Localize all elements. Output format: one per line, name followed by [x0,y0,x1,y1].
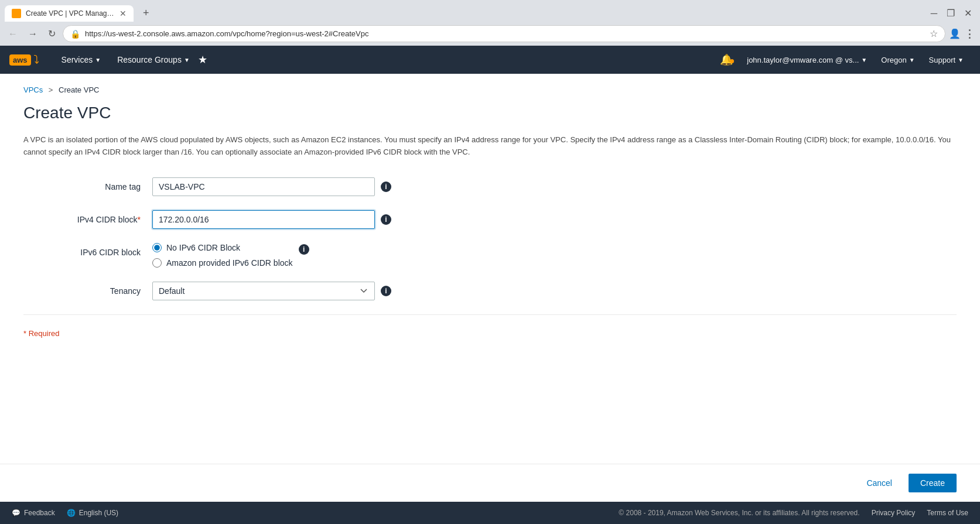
services-label: Services [62,55,93,64]
browser-tab-title: Create VPC | VPC Management C... [26,9,115,18]
browser-tab-close[interactable]: ✕ [119,9,127,18]
copyright-text: © 2008 - 2019, Amazon Web Services, Inc.… [619,509,859,517]
ipv6-option1-label: No IPv6 CIDR Block [166,243,240,252]
footer-right: © 2008 - 2019, Amazon Web Services, Inc.… [619,509,968,517]
forward-button[interactable]: → [25,26,41,42]
tenancy-row: Tenancy Default Dedicated Host i [23,282,492,300]
ipv4-cidr-row: IPv4 CIDR block* i [23,210,492,229]
url-input[interactable] [85,29,925,38]
resource-groups-nav[interactable]: Resource Groups ▼ [109,46,198,74]
address-bar[interactable]: 🔒 ☆ [63,25,945,42]
breadcrumb-separator: > [49,85,53,94]
feedback-icon: 💬 [12,509,21,517]
ipv6-option1-radio[interactable] [152,243,162,252]
page-description: A VPC is an isolated portion of the AWS … [23,134,957,159]
region-label: Oregon [881,56,906,64]
ipv4-cidr-control: i [152,210,391,229]
refresh-button[interactable]: ↻ [45,26,59,42]
feedback-button[interactable]: 💬 Feedback [12,509,55,517]
ipv6-cidr-row: IPv6 CIDR block No IPv6 CIDR Block Amazo… [23,243,492,268]
browser-titlebar: Create VPC | VPC Management C... ✕ + ─ ❐… [0,0,980,22]
aws-logo[interactable]: aws ⤵ [9,53,39,67]
ipv6-cidr-label: IPv6 CIDR block [23,243,152,257]
close-button[interactable]: ✕ [961,6,975,20]
tenancy-label: Tenancy [23,282,152,296]
page-title: Create VPC [23,104,957,122]
tenancy-control: Default Dedicated Host i [152,282,391,300]
support-chevron: ▼ [958,57,964,63]
region-chevron: ▼ [909,57,915,63]
footer: 💬 Feedback 🌐 English (US) © 2008 - 2019,… [0,502,980,524]
breadcrumb-current: Create VPC [59,85,99,94]
new-tab-button[interactable]: + [138,5,154,22]
cancel-button[interactable]: Cancel [857,474,902,492]
ipv6-option2-label: Amazon provided IPv6 CIDR block [166,258,293,268]
name-tag-info-icon[interactable]: i [381,181,391,192]
user-menu[interactable]: john.taylor@vmware.com @ vs... ▼ [740,56,874,64]
ipv4-cidr-info-icon[interactable]: i [381,214,391,225]
lock-icon: 🔒 [70,29,80,39]
ipv6-info-icon[interactable]: i [299,244,309,255]
name-tag-row: Name tag i [23,177,492,196]
language-label: English (US) [79,509,118,517]
aws-logo-smile: ⤵ [33,53,39,67]
name-tag-input[interactable] [152,177,375,196]
action-bar: Cancel Create [0,464,980,502]
user-label: john.taylor@vmware.com @ vs... [747,56,859,64]
browser-controls: ← → ↻ 🔒 ☆ 👤 ⋮ [0,22,980,46]
services-chevron: ▼ [95,57,101,63]
window-controls: ─ ❐ ✕ [927,6,975,20]
back-button[interactable]: ← [5,26,21,42]
privacy-policy-link[interactable]: Privacy Policy [872,509,916,517]
aws-navbar: aws ⤵ Services ▼ Resource Groups ▼ ★ 🔔 j… [0,46,980,74]
services-nav[interactable]: Services ▼ [53,46,110,74]
required-note: * Required [23,329,957,338]
create-button[interactable]: Create [909,474,957,492]
user-chevron: ▼ [861,57,867,63]
footer-left: 💬 Feedback 🌐 English (US) [12,509,118,517]
create-vpc-form: Name tag i IPv4 CIDR block* i IPv6 CIDR … [23,177,492,300]
ipv6-option1-item[interactable]: No IPv6 CIDR Block [152,243,293,252]
restore-button[interactable]: ❐ [943,6,958,20]
breadcrumb: VPCs > Create VPC [23,85,957,94]
browser-chrome: Create VPC | VPC Management C... ✕ + ─ ❐… [0,0,980,46]
support-label: Support [929,56,956,64]
favorites-star[interactable]: ★ [198,53,207,66]
region-menu[interactable]: Oregon ▼ [874,56,921,64]
tenancy-info-icon[interactable]: i [381,286,391,296]
ipv6-option2-item[interactable]: Amazon provided IPv6 CIDR block [152,258,293,268]
support-menu[interactable]: Support ▼ [922,56,971,64]
tenancy-select[interactable]: Default Dedicated Host [152,282,375,300]
minimize-button[interactable]: ─ [927,7,941,20]
browser-tab[interactable]: Create VPC | VPC Management C... ✕ [5,5,134,22]
ipv6-option2-radio[interactable] [152,258,162,268]
notifications-bell[interactable]: 🔔 [713,53,740,66]
profile-icon[interactable]: 👤 [949,28,961,39]
resource-groups-label: Resource Groups [117,55,182,64]
form-divider [23,314,957,315]
aws-logo-text: aws [13,56,28,64]
aws-logo-box: aws [9,54,31,66]
ipv4-cidr-label: IPv4 CIDR block* [23,210,152,224]
browser-menu-icon[interactable]: ⋮ [964,28,975,40]
required-text: Required [29,329,60,338]
feedback-label: Feedback [24,509,55,517]
globe-icon: 🌐 [67,509,76,517]
ipv6-radio-group: No IPv6 CIDR Block Amazon provided IPv6 … [152,243,293,268]
name-tag-control: i [152,177,391,196]
resource-groups-chevron: ▼ [184,57,190,63]
ipv4-cidr-input[interactable] [152,210,375,229]
main-content: VPCs > Create VPC Create VPC A VPC is an… [0,74,980,464]
ipv6-cidr-control: No IPv6 CIDR Block Amazon provided IPv6 … [152,243,309,268]
navbar-right: 🔔 john.taylor@vmware.com @ vs... ▼ Orego… [713,53,971,66]
language-selector[interactable]: 🌐 English (US) [67,509,118,517]
breadcrumb-vpcs-link[interactable]: VPCs [23,85,43,94]
browser-favicon [12,9,21,18]
notification-dot [730,59,734,63]
terms-of-use-link[interactable]: Terms of Use [927,509,968,517]
name-tag-label: Name tag [23,177,152,191]
bookmark-icon[interactable]: ☆ [930,28,938,39]
